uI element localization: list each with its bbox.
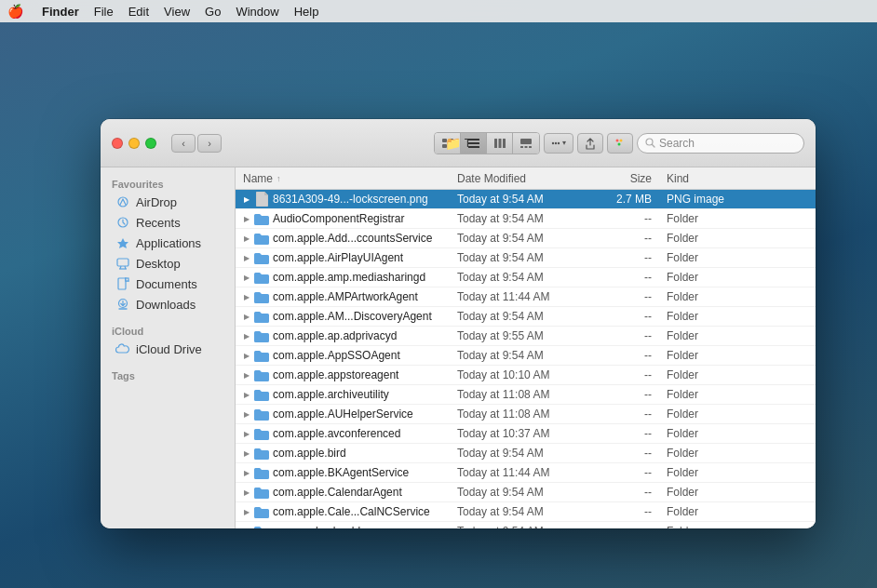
sidebar-item-applications[interactable]: Applications: [104, 233, 231, 253]
action-button[interactable]: ▾: [544, 133, 573, 154]
table-row[interactable]: ▶ com.apple.BKAgentService Today at 11:4…: [236, 463, 816, 483]
help-menu[interactable]: Help: [294, 5, 319, 19]
table-row[interactable]: ▶ com.apple.AMPArtworkAgent Today at 11:…: [236, 287, 816, 307]
table-row[interactable]: ▶ com.apple.CalendarAgent Today at 9:54 …: [236, 483, 816, 502]
sidebar-item-icloud-drive[interactable]: iCloud Drive: [104, 339, 231, 359]
expand-arrow[interactable]: ▶: [239, 313, 254, 321]
expand-arrow[interactable]: ▶: [239, 332, 254, 341]
expand-arrow[interactable]: ▶: [239, 234, 254, 243]
row-size: --: [585, 525, 659, 528]
row-size: --: [585, 368, 659, 381]
row-kind: Folder: [659, 329, 816, 342]
search-box[interactable]: Search: [637, 133, 804, 154]
row-date: Today at 9:54 AM: [450, 232, 585, 245]
row-date: Today at 9:54 AM: [450, 486, 585, 499]
table-row[interactable]: ▶ com.apple.bird Today at 9:54 AM -- Fol…: [236, 444, 816, 463]
row-kind: Folder: [659, 271, 816, 284]
sidebar-item-desktop[interactable]: Desktop: [104, 253, 231, 274]
edit-menu[interactable]: Edit: [128, 5, 149, 19]
expand-arrow[interactable]: ▶: [239, 528, 254, 529]
table-row[interactable]: ▶ com.apple.cloudd Today at 9:54 AM -- F…: [236, 522, 816, 528]
row-size: --: [585, 232, 659, 245]
list-view-button[interactable]: [461, 133, 487, 154]
expand-arrow[interactable]: ▶: [239, 371, 254, 380]
row-filename: com.apple.AirPlayUIAgent: [269, 251, 450, 264]
back-button[interactable]: ‹: [171, 134, 196, 153]
col-kind-header[interactable]: Kind: [659, 172, 816, 185]
col-name-header[interactable]: Name ↑: [236, 172, 450, 185]
sidebar-item-recents[interactable]: Recents: [104, 212, 231, 233]
expand-arrow[interactable]: ▶: [239, 195, 254, 204]
expand-arrow[interactable]: ▶: [239, 352, 254, 360]
tag-button[interactable]: [607, 133, 633, 154]
file-rows: ▶ 8631A309-49...-lockscreen.png Today at…: [236, 190, 816, 528]
file-menu[interactable]: File: [94, 5, 114, 19]
svg-rect-8: [498, 139, 501, 148]
expand-arrow[interactable]: ▶: [239, 215, 254, 223]
row-date: Today at 10:10 AM: [450, 368, 585, 381]
name-cell: ▶ com.apple.BKAgentService: [236, 465, 450, 480]
table-row[interactable]: ▶ com.apple.Cale...CalNCService Today at…: [236, 502, 816, 522]
column-view-button[interactable]: [487, 133, 513, 154]
icon-view-button[interactable]: [435, 133, 461, 154]
col-date-header[interactable]: Date Modified: [450, 172, 585, 185]
svg-rect-1: [449, 139, 453, 142]
airdrop-icon: [115, 194, 130, 209]
table-row[interactable]: ▶ com.apple.AppSSOAgent Today at 9:54 AM…: [236, 346, 816, 366]
table-row[interactable]: ▶ AudioComponentRegistrar Today at 9:54 …: [236, 209, 816, 229]
share-button[interactable]: [577, 133, 603, 154]
expand-arrow[interactable]: ▶: [239, 391, 254, 399]
table-row[interactable]: ▶ com.apple.AM...DiscoveryAgent Today at…: [236, 307, 816, 327]
row-type-icon: [254, 426, 269, 441]
icloud-label: iCloud: [101, 322, 235, 339]
row-type-icon: [254, 465, 269, 480]
go-menu[interactable]: Go: [205, 5, 221, 19]
svg-rect-9: [503, 139, 506, 148]
row-filename: com.apple.archiveutility: [269, 388, 450, 401]
expand-arrow[interactable]: ▶: [239, 469, 254, 477]
table-row[interactable]: ▶ com.apple.AUHelperService Today at 11:…: [236, 405, 816, 424]
row-kind: Folder: [659, 447, 816, 460]
sidebar-item-documents[interactable]: Documents: [104, 274, 231, 294]
applications-label: Applications: [136, 236, 201, 250]
finder-menu[interactable]: Finder: [42, 5, 79, 19]
sidebar-item-downloads[interactable]: Downloads: [104, 294, 231, 314]
table-row[interactable]: ▶ 8631A309-49...-lockscreen.png Today at…: [236, 190, 816, 209]
col-size-header[interactable]: Size: [585, 172, 659, 185]
icloud-drive-label: iCloud Drive: [136, 342, 202, 356]
maximize-button[interactable]: [145, 138, 156, 149]
table-row[interactable]: ▶ com.apple.avconferenced Today at 10:37…: [236, 424, 816, 444]
table-row[interactable]: ▶ com.apple.ap.adprivacyd Today at 9:55 …: [236, 327, 816, 346]
expand-arrow[interactable]: ▶: [239, 254, 254, 262]
forward-button[interactable]: ›: [197, 134, 222, 153]
apple-menu[interactable]: 🍎: [7, 4, 23, 19]
expand-arrow[interactable]: ▶: [239, 430, 254, 438]
row-type-icon: [254, 387, 269, 402]
svg-point-14: [552, 141, 554, 143]
expand-arrow[interactable]: ▶: [239, 274, 254, 282]
row-filename: 8631A309-49...-lockscreen.png: [269, 193, 450, 206]
expand-arrow[interactable]: ▶: [239, 488, 254, 497]
svg-rect-3: [449, 144, 453, 148]
window-menu[interactable]: Window: [236, 5, 278, 19]
minimize-button[interactable]: [128, 138, 140, 149]
expand-arrow[interactable]: ▶: [239, 410, 254, 419]
gallery-view-button[interactable]: [513, 133, 539, 154]
svg-rect-11: [520, 146, 523, 148]
row-filename: com.apple.Cale...CalNCService: [269, 505, 450, 518]
name-cell: ▶ com.apple.Cale...CalNCService: [236, 504, 450, 519]
table-row[interactable]: ▶ com.apple.Add...ccountsService Today a…: [236, 229, 816, 248]
expand-arrow[interactable]: ▶: [239, 508, 254, 516]
table-row[interactable]: ▶ com.apple.appstoreagent Today at 10:10…: [236, 366, 816, 385]
view-menu[interactable]: View: [164, 5, 190, 19]
expand-arrow[interactable]: ▶: [239, 449, 254, 458]
name-cell: ▶ com.apple.AppSSOAgent: [236, 348, 450, 363]
table-row[interactable]: ▶ com.apple.amp.mediasharingd Today at 9…: [236, 268, 816, 287]
close-button[interactable]: [112, 138, 123, 149]
table-row[interactable]: ▶ com.apple.archiveutility Today at 11:0…: [236, 385, 816, 405]
expand-arrow[interactable]: ▶: [239, 293, 254, 301]
sidebar-item-airdrop[interactable]: AirDrop: [104, 192, 231, 212]
table-row[interactable]: ▶ com.apple.AirPlayUIAgent Today at 9:54…: [236, 248, 816, 268]
sort-arrow: ↑: [277, 174, 281, 183]
applications-icon: [115, 235, 130, 250]
